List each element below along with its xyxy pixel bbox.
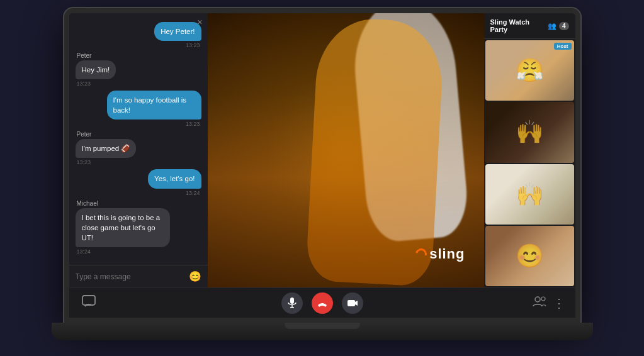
participants-button[interactable] xyxy=(533,296,546,310)
message-time: 13:24 xyxy=(184,190,201,196)
laptop-shell: × Hey Peter! 13:23 Peter Hey Jim! 13:23 xyxy=(52,8,593,348)
video-frame-4: 😊 xyxy=(485,226,574,286)
camera-button[interactable] xyxy=(342,292,363,314)
participant-4-icon: 😊 xyxy=(516,243,544,269)
microphone-button[interactable] xyxy=(281,292,303,314)
hangup-button[interactable] xyxy=(312,292,333,314)
message-bubble: I bet this is going to be a close game b… xyxy=(76,208,170,247)
chat-messages: Hey Peter! 13:23 Peter Hey Jim! 13:23 I'… xyxy=(69,13,208,265)
participants-header: Sling Watch Party 👥 4 xyxy=(484,13,575,39)
participants-panel: Sling Watch Party 👥 4 😤 Host xyxy=(484,13,575,287)
controls-center xyxy=(281,292,363,314)
message-bubble: I'm so happy football is back! xyxy=(107,91,201,120)
message-row: Hey Peter! 13:23 xyxy=(76,22,201,48)
message-row: Michael I bet this is going to be a clos… xyxy=(76,200,201,255)
video-frame-2: 🙌 xyxy=(485,102,574,162)
message-bubble: Hey Peter! xyxy=(154,22,201,41)
participant-video-4: 😊 xyxy=(485,226,574,286)
people-icon: 👥 xyxy=(548,22,556,30)
message-time: 13:23 xyxy=(184,42,201,48)
svg-point-5 xyxy=(535,297,540,302)
message-bubble: I'm pumped 🏈 xyxy=(76,139,137,158)
message-row: Peter Hey Jim! 13:23 xyxy=(76,52,201,87)
participants-title: Sling Watch Party 👥 4 xyxy=(490,18,569,33)
host-badge: Host xyxy=(554,43,572,50)
sling-brand-name: sling xyxy=(429,246,465,262)
message-input[interactable] xyxy=(76,272,185,281)
message-time: 13:23 xyxy=(76,159,93,165)
watch-party-title: Sling Watch Party xyxy=(490,18,545,33)
sling-arc-icon xyxy=(414,247,429,262)
controls-right: ⋮ xyxy=(533,296,565,310)
emoji-button[interactable]: 😊 xyxy=(189,270,201,282)
message-sender: Peter xyxy=(76,131,92,138)
more-options-button[interactable]: ⋮ xyxy=(553,297,565,309)
close-button[interactable]: × xyxy=(197,17,202,27)
participant-1-icon: 😤 xyxy=(516,57,544,84)
participant-videos-list: 😤 Host 🙌 🙌 xyxy=(484,39,575,287)
message-sender: Michael xyxy=(76,200,98,207)
main-layout: × Hey Peter! 13:23 Peter Hey Jim! 13:23 xyxy=(69,13,575,287)
football-background: sling xyxy=(208,13,484,287)
message-sender: Peter xyxy=(76,52,92,59)
message-row: I'm so happy football is back! 13:23 xyxy=(76,91,201,127)
participant-video-1: 😤 Host xyxy=(485,40,574,101)
message-time: 13:24 xyxy=(76,248,93,255)
chat-panel: × Hey Peter! 13:23 Peter Hey Jim! 13:23 xyxy=(69,13,208,287)
message-time: 13:23 xyxy=(184,121,201,127)
participant-2-icon: 🙌 xyxy=(516,119,544,145)
svg-rect-0 xyxy=(82,296,95,305)
controls-left xyxy=(79,292,98,313)
message-bubble: Hey Jim! xyxy=(76,60,116,79)
message-time: 13:23 xyxy=(76,81,93,87)
participant-video-2: 🙌 xyxy=(485,102,574,162)
chat-toggle-button[interactable] xyxy=(79,292,98,313)
svg-rect-1 xyxy=(290,298,294,304)
message-row: Yes, let's go! 13:24 xyxy=(76,169,201,196)
participant-video-3: 🙌 xyxy=(485,164,574,225)
chat-input-area: 😊 xyxy=(69,265,208,287)
message-row: Peter I'm pumped 🏈 13:23 xyxy=(76,131,201,165)
laptop-screen: × Hey Peter! 13:23 Peter Hey Jim! 13:23 xyxy=(64,8,580,323)
participant-3-icon: 🙌 xyxy=(516,181,544,208)
participant-count: 4 xyxy=(559,22,569,30)
svg-point-6 xyxy=(541,297,545,301)
app-screen: × Hey Peter! 13:23 Peter Hey Jim! 13:23 xyxy=(69,13,575,318)
sling-logo: sling xyxy=(415,246,465,262)
bottom-controls: ⋮ xyxy=(69,287,575,318)
svg-rect-4 xyxy=(347,300,355,306)
laptop-base xyxy=(52,323,593,340)
message-bubble: Yes, let's go! xyxy=(148,169,201,188)
video-frame-3: 🙌 xyxy=(485,164,574,225)
video-area: sling xyxy=(208,13,484,287)
